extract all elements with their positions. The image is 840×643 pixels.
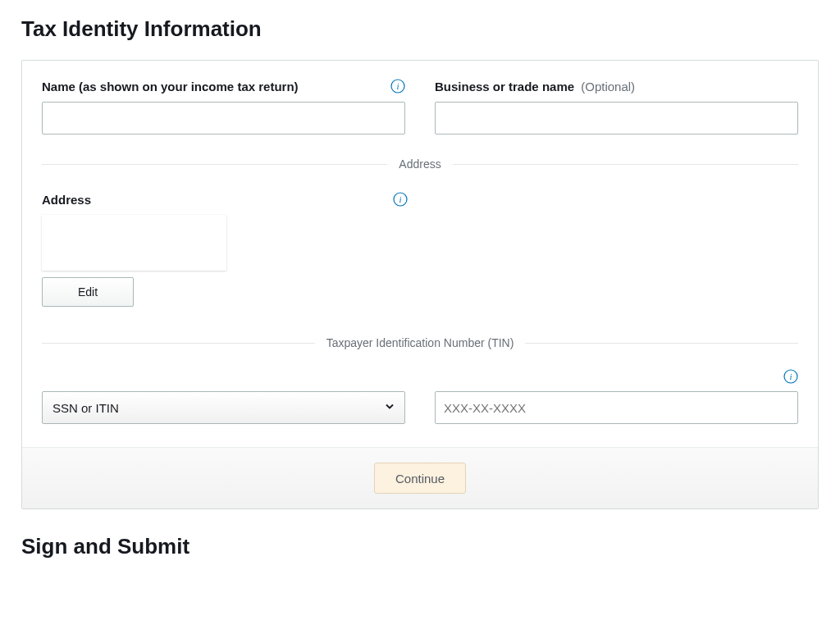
tin-value-field	[435, 391, 798, 424]
sign-submit-title: Sign and Submit	[21, 534, 819, 559]
edit-address-button[interactable]: Edit	[42, 277, 134, 307]
address-section: Address i Edit	[42, 190, 798, 307]
info-icon[interactable]: i	[393, 192, 408, 207]
tin-section: i SSN or ITIN	[42, 369, 798, 424]
optional-label: (Optional)	[581, 80, 635, 93]
name-input[interactable]	[42, 102, 405, 135]
address-label: Address	[42, 193, 91, 207]
address-divider: Address	[42, 157, 798, 171]
address-display	[42, 215, 226, 271]
card-footer: Continue	[22, 447, 818, 508]
business-name-input[interactable]	[435, 102, 798, 135]
svg-text:i: i	[396, 81, 399, 91]
tin-divider: Taxpayer Identification Number (TIN)	[42, 336, 798, 349]
tax-identity-card: Name (as shown on your income tax return…	[21, 60, 819, 509]
tin-input[interactable]	[435, 391, 798, 424]
business-name-label: Business or trade name (Optional)	[435, 80, 635, 93]
name-field: Name (as shown on your income tax return…	[42, 77, 405, 135]
tin-type-field: SSN or ITIN	[42, 391, 405, 424]
svg-text:i: i	[789, 372, 792, 381]
svg-text:i: i	[399, 194, 401, 204]
address-divider-label: Address	[387, 157, 452, 171]
continue-button[interactable]: Continue	[374, 463, 466, 494]
name-label: Name (as shown on your income tax return…	[42, 80, 299, 93]
business-name-field: Business or trade name (Optional)	[435, 77, 798, 135]
tin-type-select[interactable]: SSN or ITIN	[42, 391, 405, 424]
page-title: Tax Identity Information	[21, 16, 819, 42]
tin-divider-label: Taxpayer Identification Number (TIN)	[315, 336, 526, 349]
info-icon[interactable]: i	[390, 79, 405, 93]
name-row: Name (as shown on your income tax return…	[42, 77, 798, 135]
info-icon[interactable]: i	[783, 369, 798, 384]
